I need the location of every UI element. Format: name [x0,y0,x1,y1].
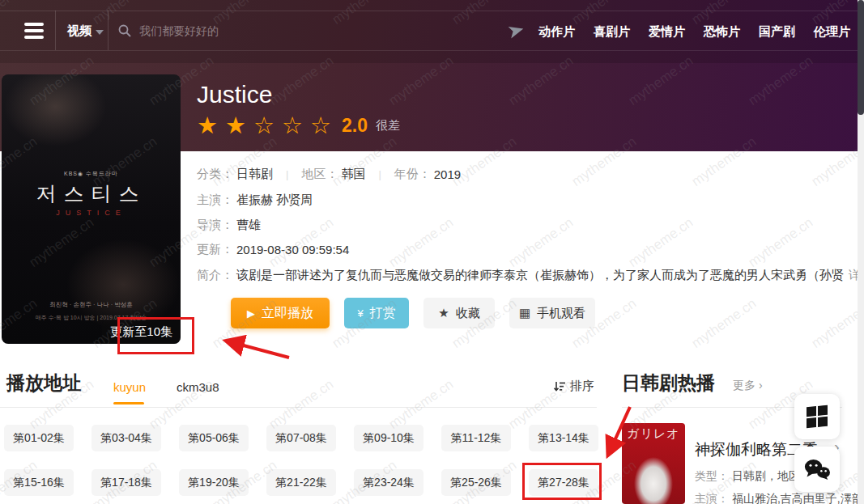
episode-button[interactable]: 第13-14集 [529,425,598,451]
search-bar[interactable] [118,19,466,42]
rating-value: 2.0 [342,115,368,137]
poster-english-title: JUSTICE [2,209,181,217]
mobile-watch-label: 手机观看 [537,306,585,321]
reward-button[interactable]: ¥ 打赏 [344,298,409,328]
star-empty-icon[interactable]: ☆ [253,114,275,138]
meta-row-actors: 主演： 崔振赫 孙贤周 [197,193,313,208]
scrollbar-thumb[interactable] [858,0,864,115]
play-label: 立即播放 [262,305,313,322]
updated-label: 更新： [197,242,233,257]
annotation-box-update-badge [117,317,194,354]
updated-value: 2019-08-30 09:59:54 [236,243,349,256]
sort-label: 排序 [570,379,594,394]
intro-label: 简介： [197,268,233,283]
reward-label: 打赏 [370,305,396,322]
page-title: Justice [197,81,272,108]
region-label: 地区： [301,167,338,182]
related-show-thumbnail[interactable]: ガリレオ [622,423,685,504]
divider [0,407,597,408]
meta-row-intro: 简介： 该剧是一部讲述为了复仇而与恶魔做交易的律师李泰京（崔振赫饰），为了家人而… [197,268,864,283]
meta-row-director: 导演： 曹雄 [197,218,261,233]
yuan-icon: ¥ [357,307,363,320]
rating-text: 很差 [376,118,400,133]
director-value[interactable]: 曹雄 [236,218,261,233]
mobile-watch-button[interactable]: ▦ 手机观看 [509,298,595,328]
actors-label: 主演： [695,492,729,504]
director-label: 导演： [197,218,233,233]
sort-icon [553,380,566,393]
hamburger-menu-icon[interactable] [24,23,44,39]
thumbnail-title-text: ガリレオ [622,426,685,442]
star-filled-icon[interactable]: ★ [197,114,218,138]
tab-kuyun[interactable]: kuyun [113,380,146,394]
actors-label: 主演： [197,193,233,208]
episode-button[interactable]: 第19-20集 [179,469,249,496]
search-icon [118,24,131,37]
episode-button[interactable]: 第15-16集 [4,469,74,496]
tab-ckm3u8[interactable]: ckm3u8 [177,380,219,394]
meta-row-updated: 更新： 2019-08-30 09:59:54 [197,242,349,257]
star-rating[interactable]: ★ ★ ☆ ☆ ☆ 2.0 很差 [197,114,400,138]
episode-button[interactable]: 第11-12集 [441,425,511,451]
search-input[interactable] [138,23,449,38]
star-empty-icon[interactable]: ☆ [310,114,331,138]
paper-plane-icon[interactable] [506,21,527,44]
qr-code-icon: ▦ [519,306,530,320]
episode-button[interactable]: 第23-24集 [354,469,423,496]
star-empty-icon[interactable]: ☆ [282,114,303,138]
intro-text: 该剧是一部讲述为了复仇而与恶魔做交易的律师李泰京（崔振赫饰），为了家人而成为了恶… [236,268,844,283]
nav-category-link[interactable]: 国产剧 [759,24,795,40]
top-navbar: 视频 动作片喜剧片爱情片恐怖片国产剧伦理片 [0,0,864,63]
windows-icon [807,405,828,429]
meta-separator: | [378,168,381,180]
episode-button[interactable]: 第05-06集 [179,425,249,451]
episode-button[interactable]: 第03-04集 [92,425,161,451]
more-link[interactable]: 更多 › [733,379,763,393]
year-label: 年份： [394,167,431,182]
related-show-actors-row: 主演： 福山雅治,吉高由里子,澤部佑, [695,492,864,504]
action-buttons: ▶ 立即播放 ¥ 打赏 ★ 收藏 ▦ 手机观看 [231,298,595,328]
favorite-button[interactable]: ★ 收藏 [423,298,495,328]
poster-network-line: KBS◉ 수목드라마 [2,170,181,178]
episode-button[interactable]: 第17-18集 [92,469,161,496]
nav-category-link[interactable]: 伦理片 [814,24,850,40]
nav-category-link[interactable]: 恐怖片 [704,24,740,40]
year-value[interactable]: 2019 [434,167,461,181]
play-icon: ▶ [247,307,255,320]
meta-separator: | [286,168,288,180]
play-section-title: 播放地址 [6,371,81,396]
actors-value: 福山雅治,吉高由里子,澤部佑, [732,492,864,504]
episode-button[interactable]: 第21-22集 [266,469,336,496]
channel-dropdown[interactable]: 视频 [67,23,92,39]
star-filled-icon[interactable]: ★ [225,114,246,138]
navbar-divider [55,11,56,50]
episode-button[interactable]: 第01-02集 [4,425,74,451]
windows-share-button[interactable] [794,394,840,439]
nav-category-link[interactable]: 动作片 [538,24,575,40]
episode-button[interactable]: 第09-10集 [354,425,423,451]
wechat-share-button[interactable] [794,447,840,492]
meta-row-category: 分类： 日韩剧 | 地区： 韩国 | 年份： 2019 [197,167,461,182]
type-label: 类型： [695,469,729,482]
category-nav: 动作片喜剧片爱情片恐怖片国产剧伦理片 [534,0,850,63]
episode-button[interactable]: 第25-26集 [441,469,511,496]
movie-poster[interactable]: KBS◉ 수목드라마 저스티스 JUSTICE 최진혁 · 손현주 · 나나 ·… [2,74,181,344]
episode-button[interactable]: 第07-08集 [266,425,336,451]
nav-category-link[interactable]: 爱情片 [649,24,685,40]
star-icon: ★ [438,306,449,320]
nav-category-link[interactable]: 喜剧片 [594,24,630,40]
annotation-box-episode-27-28 [522,463,602,500]
page: 视频 动作片喜剧片爱情片恐怖片国产剧伦理片 KBS◉ 수목드라마 저스티스 JU… [0,0,864,504]
sort-button[interactable]: 排序 [553,379,594,394]
category-value[interactable]: 日韩剧 [236,167,273,182]
actors-value[interactable]: 崔振赫 孙贤周 [236,193,313,208]
active-tab-underline [113,402,144,404]
play-now-button[interactable]: ▶ 立即播放 [231,298,330,328]
poster-korean-title: 저스티스 [2,180,181,207]
poster-credits: 최진혁 · 손현주 · 나나 · 박성훈 [2,301,181,309]
category-label: 分类： [197,167,233,182]
region-value[interactable]: 韩国 [341,167,365,182]
sidebar-title: 日韩剧热播 [622,371,715,396]
wechat-icon [804,459,830,481]
favorite-label: 收藏 [456,306,480,321]
